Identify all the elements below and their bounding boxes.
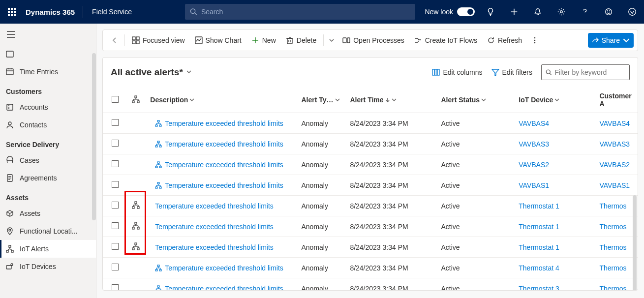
asset-link[interactable]: VAVBAS1 (599, 181, 630, 189)
filter-input[interactable] (554, 68, 625, 76)
table-row[interactable]: Temperature exceeded threshold limitsAno… (103, 196, 638, 216)
sidebar-item-functional-locations[interactable]: Functional Locati... (0, 222, 96, 240)
view-title[interactable]: All active alerts* (111, 67, 183, 78)
sidebar-item-truncated[interactable] (0, 45, 96, 63)
filter-keyword[interactable] (541, 64, 630, 80)
row-checkbox[interactable] (112, 181, 119, 188)
table-scrollbar[interactable] (633, 195, 637, 290)
col-description[interactable]: Description (146, 87, 297, 113)
device-link[interactable]: Thermostat 1 (519, 243, 559, 251)
table-row[interactable]: Temperature exceeded threshold limitsAno… (103, 278, 638, 291)
open-processes-button[interactable]: Open Processes (337, 32, 409, 48)
asset-link[interactable]: Thermos (599, 264, 626, 272)
module-name[interactable]: Field Service (83, 8, 141, 16)
description-link[interactable]: Temperature exceeded threshold limits (165, 140, 283, 148)
description-link[interactable]: Temperature exceeded threshold limits (165, 285, 283, 290)
gear-icon[interactable] (550, 0, 573, 24)
table-row[interactable]: Temperature exceeded threshold limitsAno… (103, 134, 638, 154)
col-hierarchy[interactable] (125, 87, 146, 113)
table-row[interactable]: Temperature exceeded threshold limitsAno… (103, 113, 638, 134)
col-alert-type[interactable]: Alert Ty… (298, 87, 346, 113)
description-link[interactable]: Temperature exceeded threshold limits (155, 202, 273, 210)
col-iot-device[interactable]: IoT Device (515, 87, 595, 113)
asset-link[interactable]: Thermos (599, 243, 626, 251)
row-checkbox[interactable] (112, 119, 119, 126)
table-row[interactable]: Temperature exceeded threshold limitsAno… (103, 237, 638, 258)
description-link[interactable]: Temperature exceeded threshold limits (155, 223, 273, 231)
device-link[interactable]: VAVBAS3 (519, 140, 549, 148)
edit-filters-button[interactable]: Edit filters (491, 68, 532, 76)
description-link[interactable]: Temperature exceeded threshold limits (165, 161, 283, 169)
row-checkbox[interactable] (112, 264, 119, 270)
table-row[interactable]: Temperature exceeded threshold limitsAno… (103, 258, 638, 278)
overflow-menu[interactable] (528, 37, 542, 44)
device-link[interactable]: VAVBAS2 (519, 161, 549, 169)
plus-icon[interactable] (502, 0, 526, 24)
new-look-toggle[interactable]: New look (425, 7, 475, 16)
focused-view-button[interactable]: Focused view (127, 32, 190, 48)
description-link[interactable]: Temperature exceeded threshold limits (165, 264, 283, 272)
row-checkbox[interactable] (112, 243, 119, 250)
share-button[interactable]: Share (588, 33, 634, 48)
sidebar-item-iot-alerts[interactable]: IoT Alerts (0, 240, 96, 258)
row-checkbox[interactable] (112, 160, 119, 167)
delete-split[interactable] (326, 38, 337, 43)
col-alert-time[interactable]: Alert Time (346, 87, 437, 113)
hierarchy-icon[interactable] (132, 203, 140, 210)
table-row[interactable]: Temperature exceeded threshold limitsAno… (103, 154, 638, 175)
search-input[interactable] (201, 8, 415, 16)
device-link[interactable]: Thermostat 1 (519, 202, 559, 210)
device-link[interactable]: Thermostat 4 (519, 264, 559, 272)
col-customer-asset[interactable]: Customer A (595, 87, 638, 113)
table-row[interactable]: Temperature exceeded threshold limitsAno… (103, 175, 638, 196)
sidebar-item-time-entries[interactable]: Time Entries (0, 63, 96, 81)
asset-link[interactable]: Thermos (599, 223, 626, 231)
device-link[interactable]: VAVBAS4 (519, 119, 549, 127)
asset-link[interactable]: Thermos (599, 202, 626, 210)
table-row[interactable]: Temperature exceeded threshold limitsAno… (103, 216, 638, 237)
device-link[interactable]: VAVBAS1 (519, 181, 549, 189)
sidebar-item-assets[interactable]: Assets (0, 205, 96, 222)
device-link[interactable]: Thermostat 1 (519, 223, 559, 231)
bell-icon[interactable] (526, 0, 550, 24)
create-iot-flows-button[interactable]: Create IoT Flows (409, 32, 482, 48)
toggle-switch[interactable] (457, 7, 475, 16)
help-icon[interactable] (573, 0, 597, 24)
row-checkbox[interactable] (112, 284, 119, 290)
back-button[interactable] (107, 32, 123, 48)
lightbulb-icon[interactable] (479, 0, 502, 24)
sidebar-item-agreements[interactable]: Agreements (0, 169, 96, 187)
hamburger-icon[interactable] (0, 24, 96, 45)
sidebar-item-accounts[interactable]: Accounts (0, 98, 96, 116)
svg-rect-122 (157, 265, 159, 267)
show-chart-button[interactable]: Show Chart (190, 32, 246, 48)
row-checkbox[interactable] (112, 202, 119, 209)
app-launcher-icon[interactable] (0, 0, 24, 24)
new-button[interactable]: New (246, 32, 281, 48)
refresh-button[interactable]: Refresh (482, 32, 527, 48)
sidebar-item-contacts[interactable]: Contacts (0, 116, 96, 134)
description-link[interactable]: Temperature exceeded threshold limits (155, 243, 273, 251)
asset-link[interactable]: VAVBAS4 (599, 119, 630, 127)
row-checkbox[interactable] (112, 140, 119, 147)
hierarchy-icon[interactable] (132, 223, 140, 231)
hierarchy-icon[interactable] (132, 244, 140, 252)
asset-link[interactable]: VAVBAS2 (599, 161, 630, 169)
sidebar-item-cases[interactable]: Cases (0, 151, 96, 169)
asset-link[interactable]: Thermos (599, 285, 626, 290)
row-checkbox[interactable] (112, 222, 119, 229)
smiley-icon[interactable] (597, 0, 620, 24)
global-search[interactable] (185, 4, 415, 20)
sidebar-item-iot-devices[interactable]: IoT Devices (0, 258, 96, 275)
description-link[interactable]: Temperature exceeded threshold limits (165, 119, 283, 127)
edit-columns-button[interactable]: Edit columns (432, 68, 482, 76)
view-chevron-icon[interactable] (186, 68, 192, 77)
col-alert-status[interactable]: Alert Status (437, 87, 515, 113)
delete-button[interactable]: Delete (281, 32, 321, 48)
profile-icon[interactable] (620, 0, 644, 24)
sidebar-scrollbar[interactable] (92, 53, 96, 220)
device-link[interactable]: Thermostat 3 (519, 285, 559, 290)
description-link[interactable]: Temperature exceeded threshold limits (165, 181, 283, 189)
asset-link[interactable]: VAVBAS3 (599, 140, 630, 148)
col-select[interactable] (103, 87, 125, 113)
